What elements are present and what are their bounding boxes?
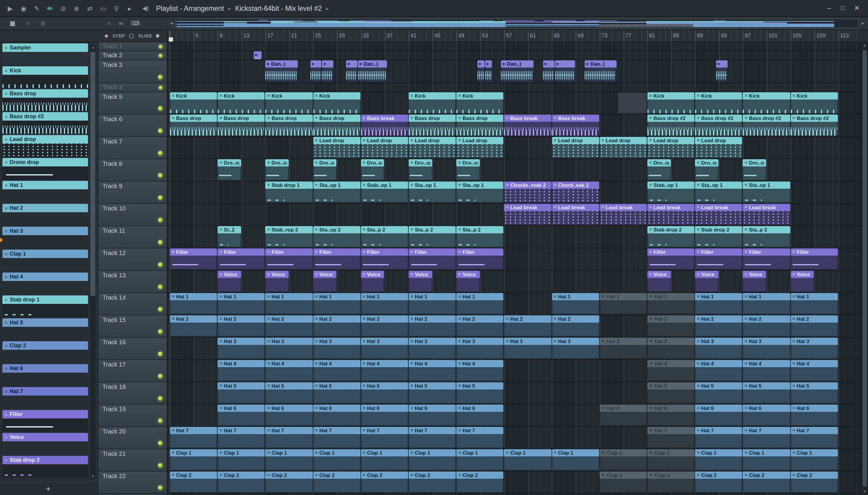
- clip[interactable]: ≡Hat 3: [743, 338, 790, 359]
- clip[interactable]: ≡Filler: [791, 249, 837, 270]
- clip[interactable]: ≡Hat 2: [313, 315, 360, 337]
- clip[interactable]: ≡Hat 6: [218, 405, 265, 426]
- clip[interactable]: ≡Clap 2: [695, 472, 742, 493]
- clip[interactable]: ≡Hat 5: [743, 382, 790, 403]
- track-header[interactable]: Track 12···: [98, 249, 167, 271]
- track-lane[interactable]: ≡Bass drop≡Bass drop≡Bass drop≡Bass drop…: [168, 115, 861, 137]
- track-lane[interactable]: ≡Lead break≡Lead break≡Lead break≡Lead b…: [168, 204, 861, 226]
- clip[interactable]: ✕Clap 1: [647, 449, 694, 470]
- clip[interactable]: ≡Lead break: [743, 204, 790, 225]
- clip[interactable]: ≡Hat 1: [695, 293, 742, 314]
- clip[interactable]: ≡Voice: [791, 271, 814, 292]
- track-mute-led[interactable]: [158, 195, 163, 200]
- clip[interactable]: ≡Clap 2: [409, 472, 456, 493]
- clip[interactable]: ✕Hat 3: [600, 338, 647, 359]
- track-resize-grip[interactable]: ···: [113, 198, 122, 204]
- clip[interactable]: ≡Hat 1: [791, 293, 837, 314]
- track-resize-grip[interactable]: ···: [113, 488, 122, 494]
- clip[interactable]: ≡Hat 4: [361, 360, 408, 381]
- track-header[interactable]: Track 17···: [98, 360, 167, 382]
- track-mute-led[interactable]: [158, 218, 163, 222]
- clip[interactable]: ≡Hat 5: [456, 382, 503, 403]
- clip[interactable]: ≡Clap 2: [313, 472, 360, 493]
- track-lane[interactable]: [168, 83, 861, 92]
- clip[interactable]: ≡Bass drop: [313, 115, 360, 136]
- track-header[interactable]: Track 9···: [98, 182, 167, 204]
- vscrollbar-handle[interactable]: [863, 50, 867, 487]
- clip[interactable]: ≡Filler: [218, 249, 265, 270]
- clip[interactable]: ≡Hat 3: [313, 338, 360, 359]
- track-header[interactable]: Track 19···: [98, 405, 167, 427]
- clip[interactable]: ≡Voice: [218, 271, 241, 292]
- track-lane[interactable]: ≡Hat 1≡Hat 1≡Hat 1≡Hat 1≡Hat 1≡Hat 1≡Hat…: [168, 293, 861, 315]
- clip[interactable]: ▸: [716, 60, 728, 82]
- clip[interactable]: ≡Clap 1: [552, 449, 599, 470]
- clip[interactable]: ≡Hat 4: [218, 360, 265, 381]
- clip[interactable]: ≡Hat 2: [743, 315, 790, 337]
- track-resize-grip[interactable]: ···: [113, 399, 122, 405]
- clip[interactable]: ≡Sta..p 2: [743, 226, 790, 247]
- track-header[interactable]: Track 1: [98, 42, 167, 51]
- clip[interactable]: ≡Hat 3: [695, 338, 742, 359]
- track-header[interactable]: Track 21···: [98, 449, 167, 472]
- clip[interactable]: ≡Hat 6: [695, 405, 742, 426]
- clip[interactable]: ≡Clap 2: [456, 472, 503, 493]
- clip[interactable]: ≡Dro..op: [647, 159, 671, 180]
- track-resize-grip[interactable]: ···: [113, 78, 122, 84]
- minimize-button[interactable]: –: [824, 4, 834, 12]
- clip[interactable]: ≡Hat 2: [695, 315, 742, 337]
- track-resize-grip[interactable]: ···: [113, 444, 122, 450]
- clip[interactable]: ≡Hat 1: [218, 293, 265, 314]
- picker-item[interactable]: ≡Sampler: [2, 44, 88, 65]
- slide-toggle[interactable]: [156, 34, 159, 37]
- clip[interactable]: ✕Hat 1: [600, 293, 647, 314]
- track-lane[interactable]: ≡Kick≡Kick≡Kick≡Kick≡Kick≡Kick≡Kick≡Kick…: [168, 92, 861, 115]
- track-mute-led[interactable]: [158, 374, 163, 379]
- track-header[interactable]: Track 13···: [98, 271, 167, 293]
- track-resize-grip[interactable]: ···: [113, 355, 122, 361]
- clip[interactable]: ≡Sta..op 1: [409, 182, 456, 203]
- clip[interactable]: ≡Voice: [743, 271, 766, 292]
- clip[interactable]: ≡Kick: [695, 92, 742, 113]
- clip[interactable]: ≡Clap 1: [265, 449, 313, 470]
- clip[interactable]: ≡Hat 4: [743, 360, 790, 381]
- clip[interactable]: ✕Hat 5: [647, 382, 694, 403]
- clip[interactable]: ≡Voice: [647, 271, 671, 292]
- track-resize-grip[interactable]: ···: [113, 288, 122, 294]
- clip[interactable]: ≡Dro..op: [313, 159, 336, 180]
- track-mute-led[interactable]: [158, 307, 163, 312]
- add-button[interactable]: +: [104, 32, 108, 40]
- track-mute-led[interactable]: [158, 86, 163, 90]
- clip[interactable]: ≡Bass drop: [265, 115, 313, 136]
- clip[interactable]: ≡Kick: [170, 92, 217, 113]
- clip[interactable]: ≡Lead break: [695, 204, 742, 225]
- clip[interactable]: ▸Dan..): [358, 60, 387, 82]
- track-lane[interactable]: ≡Dro..op≡Dro..op≡Dro..op≡Dro..op≡Dro..op…: [168, 159, 861, 182]
- clip[interactable]: ≡Hat 7: [743, 427, 790, 448]
- track-header[interactable]: Track 8···: [98, 159, 167, 182]
- track-header[interactable]: Track 18···: [98, 382, 167, 405]
- clip[interactable]: ≡Hat 5: [409, 382, 456, 403]
- clip[interactable]: ≡Hat 2: [170, 315, 217, 337]
- clip[interactable]: ≡Clap 2: [218, 472, 265, 493]
- track-lane[interactable]: ≡Hat 5≡Hat 5≡Hat 5≡Hat 5≡Hat 5≡Hat 5✕Hat…: [168, 382, 861, 405]
- clip[interactable]: ≡Hat 6: [313, 405, 360, 426]
- clip[interactable]: ≡St..2: [218, 226, 241, 247]
- clip[interactable]: ≡Hat 1: [313, 293, 360, 314]
- clip[interactable]: ✕Hat 6: [600, 405, 647, 426]
- track-resize-grip[interactable]: ···: [113, 422, 122, 427]
- clip[interactable]: ≡Hat 7: [409, 427, 456, 448]
- clip[interactable]: ≡Bass break: [361, 115, 408, 136]
- picker-item[interactable]: ≡Stab drop 2: [2, 456, 88, 478]
- clip[interactable]: ▸: [478, 60, 485, 82]
- clip[interactable]: ✕Hat 3: [647, 338, 694, 359]
- track-mute-led[interactable]: [158, 396, 163, 401]
- clip[interactable]: ▸: [485, 60, 491, 82]
- track-mute-led[interactable]: [158, 151, 163, 156]
- clip[interactable]: ≡Lead drop: [409, 137, 456, 158]
- track-header[interactable]: Track 10···: [98, 204, 167, 226]
- clip[interactable]: ≡Hat 6: [409, 405, 456, 426]
- clip[interactable]: ≡Hat 3: [361, 338, 408, 359]
- clip[interactable]: ≡Hat 5: [361, 382, 408, 403]
- picker-item[interactable]: ≡Hat 3: [2, 227, 88, 249]
